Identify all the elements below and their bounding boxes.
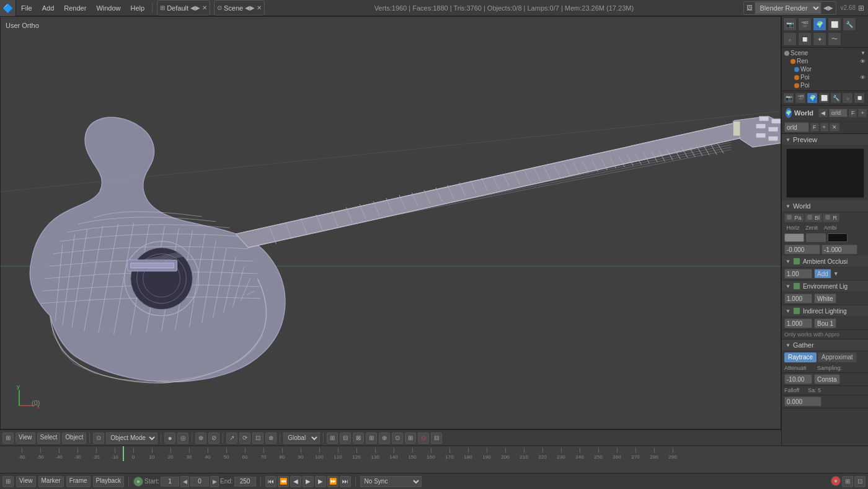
layout-arrows[interactable]: ◀▶ bbox=[190, 4, 200, 11]
transform-orientation-select[interactable]: Global Local Normal bbox=[283, 433, 320, 444]
world-plus-icon[interactable]: + bbox=[820, 123, 828, 132]
horiz-color-swatch[interactable] bbox=[784, 233, 804, 242]
scene-item-poi1[interactable]: Poi 👁 bbox=[783, 73, 867, 81]
world-f-btn[interactable]: F bbox=[849, 109, 857, 117]
ao-checkbox[interactable] bbox=[793, 258, 800, 265]
world-section-header[interactable]: ▼ World bbox=[782, 200, 868, 212]
prev-keyframe-btn[interactable]: ◀ bbox=[180, 476, 189, 487]
play-btn[interactable]: ▶ bbox=[303, 476, 314, 487]
transform-icon1[interactable]: ↗ bbox=[226, 433, 237, 444]
indirect-bou-button[interactable]: Bou 1 bbox=[814, 318, 836, 328]
gather-approximat-tab[interactable]: Approximat bbox=[818, 352, 857, 362]
world-bl-btn[interactable]: Bl bbox=[805, 213, 823, 222]
shading-dot[interactable]: ● bbox=[164, 433, 175, 444]
end-frame-input[interactable]: 250 bbox=[234, 477, 256, 487]
ctx-obj-btn[interactable]: ⬜ bbox=[818, 92, 830, 104]
layer-icon[interactable]: ⊠ bbox=[353, 433, 364, 444]
menu-window[interactable]: Window bbox=[91, 0, 125, 16]
viewport-icon-btn[interactable]: ⊞ bbox=[2, 433, 14, 444]
status-icon[interactable]: ⊞ bbox=[2, 476, 14, 487]
sync-icon[interactable]: ● bbox=[133, 477, 143, 487]
indirect-checkbox[interactable] bbox=[793, 307, 800, 315]
tab-scene[interactable]: 🎬 bbox=[798, 17, 812, 31]
ambi-color-swatch[interactable] bbox=[828, 233, 848, 242]
engine-arrows[interactable]: ◀▶ bbox=[823, 4, 833, 11]
transform-icon2[interactable]: ⟳ bbox=[239, 433, 250, 444]
status-playback-btn[interactable]: Playback bbox=[93, 476, 125, 487]
viewport-3d[interactable]: User Ortho bbox=[0, 16, 781, 429]
ao-dropdown-icon[interactable]: ▼ bbox=[833, 271, 839, 277]
menu-help[interactable]: Help bbox=[126, 0, 150, 16]
menu-render[interactable]: Render bbox=[59, 0, 91, 16]
ambi-value-input[interactable]: -1.000 bbox=[822, 244, 857, 254]
ctx-world2-btn[interactable]: 🌍 bbox=[807, 92, 818, 104]
indirect-section-header[interactable]: ▼ Indirect Lighting bbox=[782, 305, 868, 317]
current-frame-input[interactable]: 0 bbox=[190, 477, 209, 487]
viewport-shading-icon[interactable]: ◎ bbox=[177, 433, 188, 444]
scene-item-poi2[interactable]: Poi bbox=[783, 81, 867, 89]
close-icon[interactable]: ✕ bbox=[202, 4, 207, 11]
tab-material[interactable]: ⬦ bbox=[783, 32, 797, 46]
world-name-field[interactable]: orld bbox=[829, 109, 848, 117]
world-pa-btn[interactable]: Pa bbox=[784, 213, 804, 222]
world-r-btn[interactable]: R bbox=[823, 213, 839, 222]
scene-expand-icon[interactable]: ▼ bbox=[861, 50, 866, 56]
gather-consta-button[interactable]: Consta bbox=[814, 374, 840, 384]
object-mode-icon[interactable]: ⊙ bbox=[93, 433, 104, 444]
env-section-header[interactable]: ▼ Environment Lig bbox=[782, 280, 868, 292]
render-icon[interactable]: ⊟ bbox=[431, 433, 442, 444]
anim-btn[interactable]: ⊡ bbox=[854, 476, 866, 487]
tab-physics[interactable]: 〜 bbox=[828, 32, 841, 46]
snap-icon[interactable]: ⊘ bbox=[208, 433, 219, 444]
grid2-icon[interactable]: ⊟ bbox=[340, 433, 351, 444]
timeline-ruler[interactable]: -60-50-40-30-20-100102030405060708090100… bbox=[0, 446, 868, 461]
status-view-btn[interactable]: View bbox=[16, 476, 36, 487]
jump-end-btn[interactable]: ⏭ bbox=[340, 476, 351, 487]
indirect-value-input[interactable]: 1.000 bbox=[784, 318, 812, 328]
gather-raytrace-tab[interactable]: Raytrace bbox=[784, 352, 817, 362]
ao-section-header[interactable]: ▼ Ambient Occlusi bbox=[782, 256, 868, 267]
snap-settings-icon[interactable]: ⊙ bbox=[392, 433, 403, 444]
menu-add[interactable]: Add bbox=[37, 0, 60, 16]
scene-label[interactable]: Scene bbox=[224, 4, 243, 12]
env-white-button[interactable]: White bbox=[814, 294, 836, 303]
scene-item-root[interactable]: Scene ▼ bbox=[783, 49, 867, 57]
prop-icon[interactable]: ⊕ bbox=[379, 433, 390, 444]
eye-icon[interactable]: 👁 bbox=[860, 58, 866, 65]
record-icon[interactable]: ⊙ bbox=[418, 433, 429, 444]
gather-falloff-value-input[interactable]: 0.000 bbox=[784, 397, 822, 406]
ctx-render-btn[interactable]: 📷 bbox=[783, 92, 794, 104]
tab-particle[interactable]: ✦ bbox=[813, 32, 826, 46]
ctx-mat-btn[interactable]: ⬦ bbox=[842, 92, 853, 104]
tab-texture[interactable]: 🔲 bbox=[798, 32, 812, 46]
engine-select[interactable]: Blender Render Cycles Render bbox=[755, 2, 822, 14]
next-frame-btn[interactable]: ⏩ bbox=[327, 476, 339, 487]
pivot-icon[interactable]: ⊕ bbox=[195, 433, 206, 444]
record-btn[interactable]: ● bbox=[831, 476, 841, 486]
tab-modifier[interactable]: 🔧 bbox=[843, 17, 856, 31]
ao-add-button[interactable]: Add bbox=[814, 269, 831, 279]
capture-btn[interactable]: ⊞ bbox=[842, 476, 853, 487]
start-frame-input[interactable]: 1 bbox=[161, 477, 179, 487]
menu-file[interactable]: File bbox=[16, 0, 37, 16]
world-x-icon[interactable]: ✕ bbox=[830, 123, 839, 132]
status-marker-btn[interactable]: Marker bbox=[38, 476, 64, 487]
jump-start-btn[interactable]: ⏮ bbox=[265, 476, 277, 487]
scene-arrows[interactable]: ◀▶ bbox=[245, 4, 255, 11]
mesh-icon[interactable]: ⊞ bbox=[366, 433, 377, 444]
mode-select[interactable]: Object Mode Edit Mode Sculpt Mode bbox=[106, 433, 157, 444]
object-btn[interactable]: Object bbox=[62, 433, 86, 444]
view-btn[interactable]: View bbox=[16, 433, 35, 444]
transform-icon4[interactable]: ⊕ bbox=[265, 433, 277, 444]
tab-world[interactable]: 🌍 bbox=[813, 17, 826, 31]
env-checkbox[interactable] bbox=[793, 282, 800, 290]
settings-icon[interactable]: ⊞ bbox=[405, 433, 416, 444]
gather-value1-input[interactable]: -10.00 bbox=[784, 374, 812, 384]
next-step-btn[interactable]: ▶ bbox=[315, 476, 326, 487]
scene-item-world[interactable]: Wor bbox=[783, 65, 867, 73]
world-add-btn[interactable]: + bbox=[858, 109, 866, 117]
ctx-mod-btn[interactable]: 🔧 bbox=[830, 92, 841, 104]
scene-close-icon[interactable]: ✕ bbox=[257, 4, 262, 11]
tab-object[interactable]: ⬜ bbox=[828, 17, 841, 31]
gather-section-header[interactable]: ▼ Gather bbox=[782, 339, 868, 351]
